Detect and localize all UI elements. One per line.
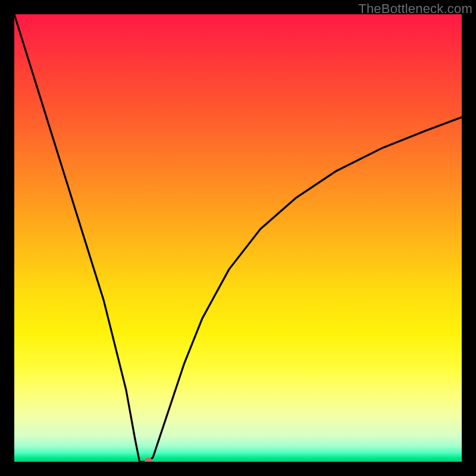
curve-path [14,14,462,462]
watermark-label: TheBottleneck.com [358,1,472,17]
bottleneck-curve [14,14,462,462]
plot-area [14,14,462,462]
chart-frame [14,14,462,462]
